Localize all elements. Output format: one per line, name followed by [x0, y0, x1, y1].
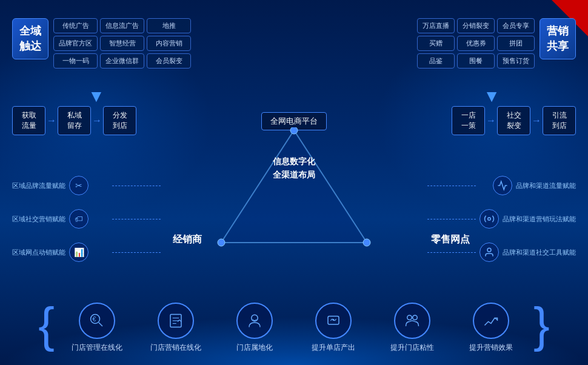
right-icon-2 [479, 243, 499, 262]
tag-7: 企业微信群 [100, 53, 144, 69]
bottom-label-5: 提升营销效果 [469, 343, 513, 353]
left-icon-0: ✂ [69, 176, 89, 195]
section-quanyu: 全域触达 传统广告 信息流广告 地推 品牌官方区 智慧经营 内容营销 一物一码 … [12, 18, 191, 69]
right-item-1: 品牌和渠道营销玩法赋能 [479, 209, 576, 229]
flow-arrow-l2: → [91, 115, 103, 126]
dashed-l0 [112, 186, 161, 186]
flow-right-0: 一店一策 [452, 106, 485, 135]
yx-tag-6: 品鉴 [417, 53, 455, 69]
bottom-item-0: € 门店管理在线化 [58, 303, 136, 353]
right-item-0: 品牌和渠道流量赋能 [493, 176, 576, 195]
tag-1: 信息流广告 [100, 18, 144, 33]
section-yingxiao: 万店直播 分销裂变 会员专享 买赠 优惠券 拼团 品鉴 围餐 预售订货 营销共享 [417, 18, 576, 69]
yx-tag-4: 优惠券 [457, 36, 495, 51]
bottom-label-1: 门店营销在线化 [150, 343, 201, 353]
dashed-r2 [427, 252, 476, 253]
bottom-item-3: 提升单店产出 [294, 303, 373, 353]
dashed-r1 [427, 219, 476, 219]
left-brace: { [38, 306, 55, 344]
bottom-label-0: 门店管理在线化 [72, 343, 122, 353]
left-item-0: 区域品牌流量赋能 ✂ [12, 176, 89, 195]
quanyu-title: 全域触达 [12, 18, 48, 59]
left-icon-2: 📊 [69, 243, 89, 262]
yingxiao-title: 营销共享 [540, 18, 576, 59]
yx-tag-5: 拼团 [497, 36, 535, 51]
yx-tag-1: 分销裂变 [457, 18, 495, 33]
right-icon-0 [493, 176, 512, 195]
flow-left: 获取流量 → 私域留存 → 分发到店 [12, 106, 136, 135]
svg-point-15 [333, 319, 335, 321]
node-jingxiao: 经销商 [173, 233, 202, 246]
svg-point-4 [363, 239, 370, 246]
left-item-1-text: 区域社交营销赋能 [12, 215, 65, 224]
flow-left-0: 获取流量 [12, 106, 45, 135]
main-container: 全域触达 传统广告 信息流广告 地推 品牌官方区 智慧经营 内容营销 一物一码 … [0, 0, 588, 365]
quanyu-tags: 传统广告 信息流广告 地推 品牌官方区 智慧经营 内容营销 一物一码 企业微信群… [53, 18, 191, 69]
tag-0: 传统广告 [53, 18, 98, 33]
yx-tag-2: 会员专享 [497, 18, 535, 33]
svg-point-5 [488, 218, 491, 221]
left-item-2-text: 区域网点动销赋能 [12, 248, 65, 257]
svg-point-17 [413, 315, 418, 320]
node-lingshou: 零售网点 [431, 233, 470, 246]
yingxiao-tags: 万店直播 分销裂变 会员专享 买赠 优惠券 拼团 品鉴 围餐 预售订货 [417, 18, 535, 69]
tag-5: 内容营销 [147, 36, 191, 51]
yx-tag-7: 围餐 [457, 53, 495, 69]
right-icon-1 [479, 209, 499, 229]
tag-3: 品牌官方区 [53, 36, 98, 51]
bottom-item-1: 门店营销在线化 [136, 303, 215, 353]
flow-right-1: 社交裂变 [497, 106, 530, 135]
left-item-0-text: 区域品牌流量赋能 [12, 181, 65, 190]
svg-point-6 [487, 248, 491, 252]
bottom-icon-1 [158, 303, 194, 339]
flow-left-2: 分发到店 [103, 106, 136, 135]
flow-right-2: 引流到店 [543, 106, 576, 135]
bottom-item-2: 门店属地化 [215, 303, 294, 353]
bottom-label-4: 提升门店粘性 [390, 343, 434, 353]
bottom-row: { € 门店管理在线化 [0, 303, 588, 353]
down-arrow-right: ▼ [483, 88, 500, 105]
svg-point-2 [290, 127, 298, 134]
bottom-label-3: 提升单店产出 [312, 343, 355, 353]
bottom-icon-5 [473, 303, 509, 339]
right-brace: } [533, 306, 550, 344]
bottom-label-2: 门店属地化 [236, 343, 273, 353]
svg-marker-1 [221, 130, 367, 243]
right-item-0-text: 品牌和渠道流量赋能 [516, 181, 576, 190]
left-item-1: 区域社交营销赋能 🏷 [12, 209, 89, 229]
right-item-1-text: 品牌和渠道营销玩法赋能 [503, 215, 576, 224]
yx-tag-0: 万店直播 [417, 18, 455, 33]
yx-tag-8: 预售订货 [497, 53, 535, 69]
right-item-2: 品牌和渠道社交工具赋能 [479, 243, 576, 262]
bottom-icon-0: € [79, 303, 115, 339]
bottom-item-4: 提升门店粘性 [373, 303, 452, 353]
bottom-icon-4 [394, 303, 430, 339]
triangle-area [209, 127, 379, 251]
flow-arrow-r2: → [530, 115, 543, 126]
bottom-icon-3 [315, 303, 352, 339]
flow-right: 一店一策 → 社交裂变 → 引流到店 [452, 106, 576, 135]
svg-text:€: € [93, 315, 96, 323]
bottom-item-5: 提升营销效果 [452, 303, 530, 353]
tag-6: 一物一码 [53, 53, 98, 69]
tag-8: 会员裂变 [147, 53, 191, 69]
flow-left-1: 私域留存 [58, 106, 91, 135]
dashed-r0 [427, 186, 476, 186]
flow-arrow-l1: → [45, 115, 58, 126]
bottom-icon-2 [236, 303, 273, 339]
down-arrow-left: ▼ [88, 88, 105, 105]
svg-point-16 [407, 315, 412, 320]
yx-tag-3: 买赠 [417, 36, 455, 51]
right-item-2-text: 品牌和渠道社交工具赋能 [503, 248, 576, 257]
flow-arrow-r1: → [485, 115, 497, 126]
dashed-l2 [112, 252, 161, 253]
svg-point-3 [218, 239, 225, 246]
dashed-l1 [112, 219, 161, 219]
tag-4: 智慧经营 [100, 36, 144, 51]
tag-2: 地推 [147, 18, 191, 33]
left-icon-1: 🏷 [69, 209, 89, 229]
left-item-2: 区域网点动销赋能 📊 [12, 243, 89, 262]
